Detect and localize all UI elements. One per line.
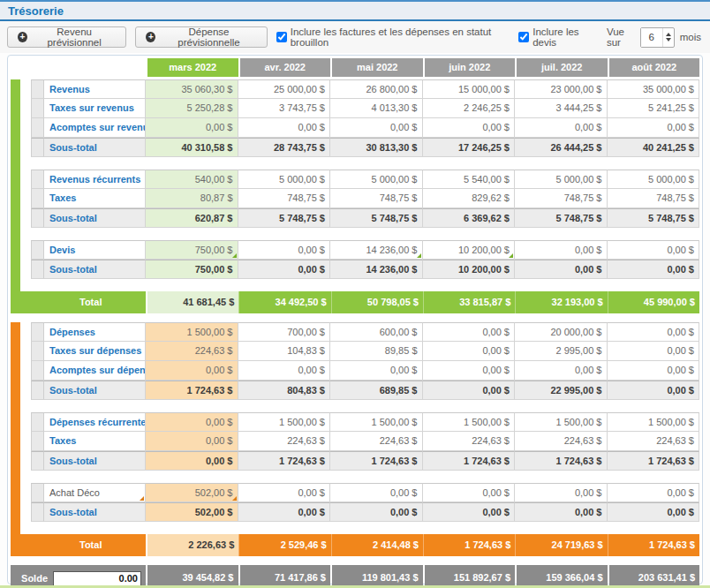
value-cell[interactable]: 700,00 $ [238,322,331,342]
row-grip-handle[interactable] [31,118,44,138]
value-cell[interactable]: 0,00 $ [515,483,608,502]
value-cell[interactable]: 35 060,30 $ [146,79,238,99]
row-label[interactable]: Taxes sur dépenses [44,342,146,361]
row-label[interactable]: Taxes [44,432,146,451]
value-cell[interactable]: 2 246,25 $ [423,99,516,118]
value-cell[interactable]: 224,63 $ [146,342,238,361]
value-cell[interactable]: 0,00 $ [515,118,608,138]
row-grip-handle[interactable] [31,342,44,361]
row-label[interactable]: Devis [44,240,146,260]
value-cell[interactable]: 0,00 $ [608,118,700,138]
value-cell[interactable]: 104,83 $ [238,342,331,361]
value-cell[interactable]: 0,00 $ [423,322,516,342]
value-cell[interactable]: 0,00 $ [423,342,516,361]
value-cell[interactable]: 0,00 $ [608,483,700,502]
spinner-down-icon[interactable] [666,38,671,41]
value-cell[interactable]: 0,00 $ [330,483,423,502]
value-cell[interactable]: 5 000,00 $ [330,170,423,189]
row-label[interactable]: Dépenses récurrentes [44,412,146,432]
row-label[interactable]: Taxes [44,189,146,208]
value-cell[interactable]: 1 500,00 $ [608,412,700,432]
value-cell[interactable]: 0,00 $ [146,361,238,381]
row-grip-handle[interactable] [31,483,44,502]
row-grip-handle[interactable] [31,79,44,99]
value-cell[interactable]: 1 500,00 $ [238,412,331,432]
value-cell[interactable]: 224,63 $ [330,432,423,451]
value-cell[interactable]: 0,00 $ [146,412,238,432]
value-cell[interactable]: 80,87 $ [146,189,238,208]
value-cell[interactable]: 750,00 $ [146,240,238,260]
value-cell[interactable]: 0,00 $ [515,240,608,260]
row-grip-handle[interactable] [31,240,44,260]
row-label[interactable]: Acomptes sur revenus [44,118,146,138]
value-cell[interactable]: 3 743,75 $ [238,99,331,118]
value-cell[interactable]: 0,00 $ [238,118,331,138]
value-cell[interactable]: 0,00 $ [330,118,423,138]
value-cell[interactable]: 0,00 $ [423,361,516,381]
row-grip-handle[interactable] [31,432,44,451]
row-grip-handle[interactable] [31,99,44,118]
row-grip-handle[interactable] [31,412,44,432]
value-cell[interactable]: 1 500,00 $ [146,322,238,342]
value-cell[interactable]: 0,00 $ [238,240,331,260]
value-cell[interactable]: 0,00 $ [238,361,331,381]
value-cell[interactable]: 0,00 $ [423,118,516,138]
value-cell[interactable]: 0,00 $ [423,483,516,502]
value-cell[interactable]: 2 995,00 $ [515,342,608,361]
value-cell[interactable]: 224,63 $ [515,432,608,451]
value-cell[interactable]: 829,62 $ [423,189,516,208]
value-cell[interactable]: 5 540,00 $ [423,170,516,189]
value-cell[interactable]: 748,75 $ [608,189,700,208]
value-cell[interactable]: 25 000,00 $ [238,79,331,99]
value-cell[interactable]: 35 000,00 $ [608,79,700,99]
value-cell[interactable]: 0,00 $ [146,118,238,138]
value-cell[interactable]: 600,00 $ [330,322,423,342]
row-label[interactable]: Dépenses [44,322,146,342]
spinner-up-icon[interactable] [666,33,671,36]
value-cell[interactable]: 0,00 $ [608,342,700,361]
value-cell[interactable]: 89,85 $ [330,342,423,361]
value-cell[interactable]: 20 000,00 $ [515,322,608,342]
row-label[interactable]: Taxes sur revenus [44,99,146,118]
value-cell[interactable]: 23 000,00 $ [515,79,608,99]
value-cell[interactable]: 1 500,00 $ [423,412,516,432]
row-label[interactable]: Revenus [44,79,146,99]
value-cell[interactable]: 5 241,25 $ [608,99,700,118]
value-cell[interactable]: 0,00 $ [608,240,700,260]
row-grip-handle[interactable] [31,170,44,189]
add-revenue-forecast-button[interactable]: + Revenu prévisionnel [7,26,126,48]
value-cell[interactable]: 4 013,30 $ [330,99,423,118]
value-cell[interactable]: 5 000,00 $ [608,170,700,189]
add-expense-forecast-button[interactable]: + Dépense prévisionnelle [135,26,267,48]
value-cell[interactable]: 1 500,00 $ [515,412,608,432]
row-label[interactable]: Acomptes sur dépenses [44,361,146,381]
value-cell[interactable]: 224,63 $ [608,432,700,451]
value-cell[interactable]: 0,00 $ [515,361,608,381]
value-cell[interactable]: 0,00 $ [146,432,238,451]
spinner-arrows[interactable] [662,28,674,47]
value-cell[interactable]: 3 444,25 $ [515,99,608,118]
value-cell[interactable]: 14 236,00 $ [330,240,423,260]
include-drafts-checkbox[interactable] [276,32,287,42]
value-cell[interactable]: 748,75 $ [238,189,331,208]
row-grip-handle[interactable] [31,361,44,381]
row-grip-handle[interactable] [31,189,44,208]
row-grip-handle[interactable] [31,322,44,342]
row-label[interactable]: Achat Déco [44,483,146,502]
value-cell[interactable]: 0,00 $ [330,361,423,381]
value-cell[interactable]: 1 500,00 $ [330,412,423,432]
row-label[interactable]: Revenus récurrents [44,170,146,189]
value-cell[interactable]: 10 200,00 $ [423,240,516,260]
value-cell[interactable]: 5 250,28 $ [146,99,238,118]
balance-input[interactable] [53,571,141,586]
value-cell[interactable]: 502,00 $ [146,483,238,502]
value-cell[interactable]: 224,63 $ [423,432,516,451]
value-cell[interactable]: 0,00 $ [608,322,700,342]
include-quotes-checkbox[interactable] [518,32,529,42]
value-cell[interactable]: 540,00 $ [146,170,238,189]
value-cell[interactable]: 748,75 $ [330,189,423,208]
value-cell[interactable]: 26 800,00 $ [330,79,423,99]
months-input[interactable] [641,28,662,47]
value-cell[interactable]: 0,00 $ [608,361,700,381]
value-cell[interactable]: 5 000,00 $ [238,170,331,189]
